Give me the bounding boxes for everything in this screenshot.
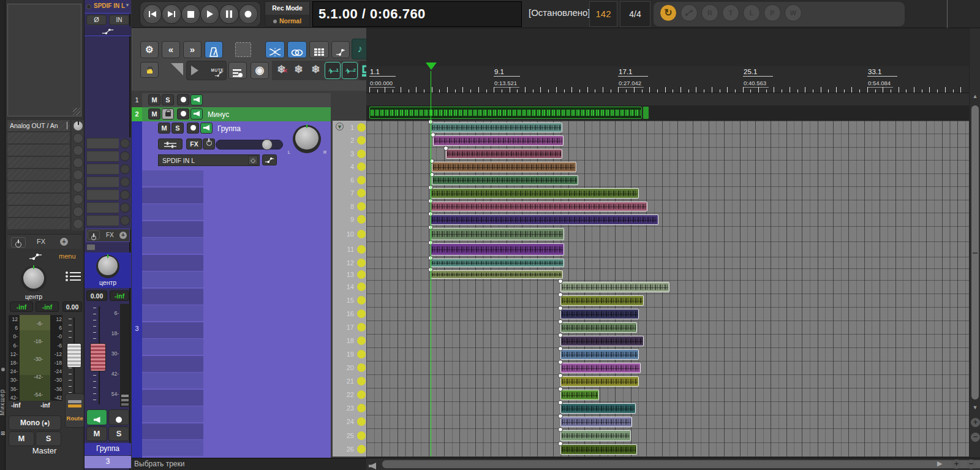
lane-record-dot-11[interactable] xyxy=(357,245,366,254)
tcp-lane-slot[interactable] xyxy=(142,339,203,355)
item-handle-dot[interactable] xyxy=(558,360,563,365)
master-send-slot[interactable] xyxy=(7,145,70,156)
gruppa-mute-button[interactable]: M xyxy=(86,426,107,441)
repeat-toggle-button[interactable]: ↻ xyxy=(660,4,677,21)
send-knob[interactable] xyxy=(72,145,85,156)
lane-row-9[interactable] xyxy=(366,213,969,226)
master-volume-badge[interactable]: 0.00 xyxy=(62,301,82,312)
gruppa-fader[interactable] xyxy=(88,304,107,407)
item-handle-dot[interactable] xyxy=(431,132,435,137)
gruppa-routing-row[interactable] xyxy=(85,26,131,36)
lane-row-16[interactable] xyxy=(366,307,969,320)
zoom-out-horizontal-icon[interactable]: − xyxy=(967,460,976,469)
tcp-lane-slot[interactable] xyxy=(142,305,203,321)
play-rate-icon[interactable]: ▶ xyxy=(937,460,942,468)
lane-number-16[interactable]: 16 xyxy=(347,310,354,317)
lane-number-6[interactable]: 6 xyxy=(350,176,354,184)
lane-number-21[interactable]: 21 xyxy=(347,377,354,385)
audio-item-lane-12[interactable] xyxy=(431,259,564,267)
audio-item-lane-2[interactable] xyxy=(433,135,564,146)
lane-record-dot-3[interactable] xyxy=(357,150,366,158)
transport-toggle-w[interactable]: W xyxy=(785,4,802,21)
track-1-mute-button[interactable]: M xyxy=(148,94,160,105)
folder-icon[interactable] xyxy=(87,244,95,250)
lane-row-8[interactable] xyxy=(366,200,969,213)
track-3-solo-button[interactable]: S xyxy=(172,123,184,134)
audio-item-lane-23[interactable] xyxy=(560,403,636,414)
scroll-up-icon[interactable]: ▲ xyxy=(971,93,979,99)
free-positioning-icon[interactable]: ◉ xyxy=(251,62,269,79)
play-mute-envelope-icon[interactable]: MUTE xyxy=(186,61,227,80)
gruppa-volume-badge[interactable]: 0.00 xyxy=(86,290,107,301)
horizontal-scrollbar[interactable]: ▶ + − xyxy=(366,458,980,470)
grid-table-icon[interactable] xyxy=(309,41,329,58)
audio-item-lane-16[interactable] xyxy=(560,309,639,319)
track-3-number-column[interactable]: 3 xyxy=(132,121,142,458)
lane-row-2[interactable] xyxy=(366,134,969,147)
lane-number-14[interactable]: 14 xyxy=(347,283,354,290)
item-handle-dot[interactable] xyxy=(558,441,563,446)
lane-row-10[interactable] xyxy=(366,226,969,241)
track-3-fx-button[interactable]: FX xyxy=(186,138,202,150)
scroll-down-icon[interactable]: ▼ xyxy=(971,404,979,411)
send-knob[interactable] xyxy=(72,132,85,144)
master-add-fx-button[interactable]: + xyxy=(60,238,68,246)
master-send-slot[interactable] xyxy=(7,218,70,230)
item-handle-dot[interactable] xyxy=(558,400,563,405)
master-strip-name[interactable]: Master xyxy=(6,446,83,455)
rec-mode-box[interactable]: Rec Mode Normal xyxy=(265,1,310,27)
master-routing-icon[interactable] xyxy=(28,253,43,260)
track-2-recarm-button[interactable] xyxy=(177,108,189,119)
audio-item-lane-19[interactable] xyxy=(560,349,639,360)
playhead-marker[interactable] xyxy=(426,63,437,70)
master-send-slot[interactable] xyxy=(7,181,70,193)
lane-number-2[interactable]: 2 xyxy=(350,137,354,144)
freeze-full-icon[interactable]: ❄ xyxy=(307,62,323,79)
gruppa-send-knob[interactable] xyxy=(120,203,130,213)
midi-note-icon[interactable]: ♪ xyxy=(352,39,368,59)
input-selector-diamond-icon[interactable]: ◇ xyxy=(248,156,258,165)
track-1-solo-button[interactable]: S xyxy=(162,94,174,105)
go-to-start-button[interactable] xyxy=(143,4,162,24)
item-handle-dot[interactable] xyxy=(558,414,563,419)
lane-number-24[interactable]: 24 xyxy=(347,418,354,425)
transport-toggle-r[interactable]: R xyxy=(701,4,718,21)
track-3-env-button[interactable] xyxy=(262,154,277,165)
track-2-arrange-row[interactable] xyxy=(366,105,969,121)
lane-number-26[interactable]: 26 xyxy=(347,445,354,453)
gruppa-send-slot[interactable] xyxy=(86,164,119,175)
master-mute-button[interactable]: M xyxy=(9,431,34,446)
gruppa-send-knob[interactable] xyxy=(120,151,130,161)
record-arm-icon[interactable] xyxy=(86,4,91,9)
gruppa-solo-button[interactable]: S xyxy=(108,426,129,441)
gruppa-gain-badge[interactable]: -inf xyxy=(110,290,129,301)
lane-number-1[interactable]: 1 xyxy=(350,124,354,131)
track-1-row[interactable]: 1 M S xyxy=(132,93,331,107)
lane-row-12[interactable] xyxy=(366,257,969,268)
master-fx-chain-area[interactable] xyxy=(7,4,81,116)
master-send-slot[interactable] xyxy=(7,194,70,205)
audio-item-lane-1[interactable] xyxy=(431,123,562,132)
lane-number-4[interactable]: 4 xyxy=(350,163,354,170)
lane-row-15[interactable] xyxy=(366,294,969,307)
audio-item-lane-24[interactable] xyxy=(560,417,632,427)
minus-audio-item-tail[interactable] xyxy=(643,107,649,119)
tcp-lane-slot[interactable] xyxy=(142,188,203,203)
gruppa-send-slot[interactable] xyxy=(86,138,119,149)
tcp-lane-slot[interactable] xyxy=(142,170,203,186)
tcp-lane-slot[interactable] xyxy=(142,373,203,389)
lane-row-11[interactable] xyxy=(366,241,969,257)
lane-number-23[interactable]: 23 xyxy=(347,404,354,412)
master-solo-button[interactable]: S xyxy=(36,431,61,446)
tcp-lane-slot[interactable] xyxy=(142,390,203,406)
lane-record-dot-23[interactable] xyxy=(357,404,366,412)
lane-record-dot-8[interactable] xyxy=(357,202,366,211)
envelope-points-icon[interactable] xyxy=(331,41,350,58)
lane-record-dot-10[interactable] xyxy=(357,230,366,238)
gruppa-input-row[interactable]: SPDIF IN L ▼ xyxy=(85,0,131,13)
lane-record-dot-24[interactable] xyxy=(357,417,366,426)
lane-record-dot-12[interactable] xyxy=(357,259,366,267)
lane-row-13[interactable] xyxy=(366,268,969,280)
zoom-in-vertical-icon[interactable]: + xyxy=(971,418,980,427)
lane-record-dot-26[interactable] xyxy=(357,445,366,453)
